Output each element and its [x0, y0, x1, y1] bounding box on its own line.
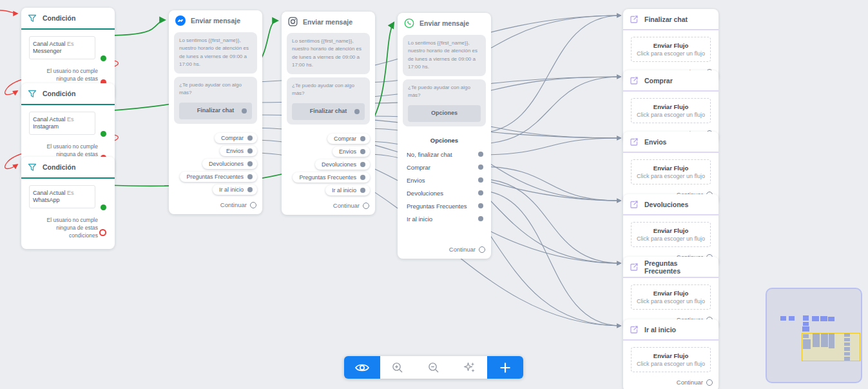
funnel-icon: [28, 163, 37, 172]
minimap[interactable]: [766, 288, 862, 383]
option-chip[interactable]: Preguntas Frecuentes: [180, 172, 257, 182]
funnel-icon: [28, 14, 37, 23]
choose-flow-button[interactable]: Enviar FlujoClick para escoger un flujo: [631, 37, 711, 62]
option-chip[interactable]: Preguntas Frecuentes: [293, 172, 370, 183]
condition-node-title: Condición: [43, 163, 75, 171]
continue-connector[interactable]: [706, 379, 713, 386]
condition-true-port[interactable]: [101, 131, 106, 137]
send-flow-node[interactable]: Preguntas FrecuentesEnviar FlujoClick pa…: [623, 257, 719, 329]
minimap-node: [844, 352, 850, 355]
connector-dot[interactable]: [478, 177, 483, 183]
options-list-item[interactable]: No, finalizar chat: [398, 148, 491, 161]
condition-true-port[interactable]: [101, 204, 106, 210]
chat-quick-reply-button[interactable]: Opciones: [408, 105, 481, 122]
options-list-item[interactable]: Devoluciones: [398, 186, 491, 199]
condition-true-port[interactable]: [101, 55, 106, 61]
option-chips: ComprarEnviosDevolucionesPreguntas Frecu…: [287, 134, 370, 195]
connector-dot[interactable]: [360, 175, 365, 180]
connector-dot[interactable]: [478, 165, 483, 170]
connector-dot[interactable]: [360, 149, 365, 154]
send-message-node[interactable]: Enviar mensajeLo sentimos {{first_name}}…: [169, 10, 262, 214]
edge: [477, 190, 621, 326]
connector-dot[interactable]: [478, 216, 483, 221]
choose-flow-button[interactable]: Enviar FlujoClick para escoger un flujo: [631, 98, 711, 123]
choose-flow-title: Enviar Flujo: [634, 227, 708, 234]
connector-dot[interactable]: [247, 148, 253, 154]
send-flow-node-header: Comprar: [623, 70, 719, 92]
choose-flow-button[interactable]: Enviar FlujoClick para escoger un flujo: [631, 347, 711, 372]
option-chips: ComprarEnviosDevolucionesPreguntas Frecu…: [174, 133, 257, 195]
connector-dot[interactable]: [247, 161, 253, 166]
minimap-node: [820, 316, 827, 321]
options-list-item[interactable]: Comprar: [398, 161, 491, 174]
condition-node-title: Condición: [43, 14, 75, 22]
condition-node-body: Canal Actual Es WhatsAppEl usuario no cu…: [21, 179, 115, 249]
option-chip[interactable]: Comprar: [327, 134, 370, 144]
send-message-node[interactable]: Enviar mensajeLo sentimos {{first_name}}…: [282, 12, 375, 215]
continue-row: Continuar: [282, 195, 375, 215]
send-message-node-title: Enviar mensaje: [191, 17, 240, 25]
rule-operator: Es: [67, 41, 74, 47]
connector-dot[interactable]: [354, 109, 360, 114]
zoom-in-button[interactable]: [380, 356, 416, 379]
send-flow-node[interactable]: Ir al inicioEnviar FlujoClick para escog…: [623, 319, 719, 389]
minimap-node: [803, 322, 809, 326]
send-flow-node-title: Preguntas Frecuentes: [644, 259, 712, 275]
send-flow-node[interactable]: DevolucionesEnviar FlujoClick para escog…: [623, 194, 719, 266]
options-list-item[interactable]: Preguntas Frecuentes: [398, 199, 491, 212]
instagram-icon: [288, 17, 298, 26]
message-bubble-text: ¿Te puedo ayudar con algo más?: [408, 84, 481, 100]
connector-dot[interactable]: [242, 108, 247, 114]
option-chip[interactable]: Envios: [333, 146, 370, 157]
message-bubble-text: ¿Te puedo ayudar con algo más?: [179, 81, 252, 97]
connector-dot[interactable]: [360, 136, 365, 141]
condition-rule[interactable]: Canal Actual Es Instagram: [29, 112, 95, 135]
connector-dot[interactable]: [478, 190, 483, 195]
choose-flow-button[interactable]: Enviar FlujoClick para escoger un flujo: [631, 284, 711, 310]
option-chip[interactable]: Ir al inicio: [325, 185, 370, 195]
continue-connector[interactable]: [479, 246, 485, 253]
chat-quick-reply-button[interactable]: Finalizar chat: [179, 103, 252, 119]
ai-sparkle-button[interactable]: [452, 356, 488, 379]
condition-rule[interactable]: Canal Actual Es Messenger: [29, 36, 95, 59]
option-chip[interactable]: Ir al inicio: [213, 185, 257, 195]
edge: [477, 166, 621, 201]
condition-rule[interactable]: Canal Actual Es WhatsApp: [29, 185, 95, 208]
chat-quick-reply-button[interactable]: Finalizar chat: [292, 103, 365, 120]
choose-flow-title: Enviar Flujo: [634, 165, 708, 172]
add-node-button[interactable]: [487, 356, 523, 379]
connector-dot[interactable]: [478, 152, 483, 157]
zoom-in-icon: [391, 361, 404, 374]
message-bubble-text: ¿Te puedo ayudar con algo más?: [292, 82, 365, 98]
connector-dot[interactable]: [360, 162, 365, 167]
condition-node[interactable]: CondiciónCanal Actual Es WhatsAppEl usua…: [21, 157, 115, 249]
option-chip[interactable]: Comprar: [215, 133, 257, 143]
zoom-out-button[interactable]: [416, 356, 452, 379]
choose-flow-button[interactable]: Enviar FlujoClick para escoger un flujo: [631, 159, 711, 185]
connector-dot[interactable]: [247, 135, 253, 141]
continue-connector[interactable]: [250, 202, 256, 208]
send-flow-node-title: Devoluciones: [644, 201, 688, 208]
connector-dot[interactable]: [247, 187, 253, 192]
minimap-node: [803, 339, 811, 349]
condition-node-title: Condición: [43, 90, 75, 97]
choose-flow-button[interactable]: Enviar FlujoClick para escoger un flujo: [631, 222, 711, 247]
options-list-item[interactable]: Envios: [398, 174, 491, 186]
options-list-item[interactable]: Ir al inicio: [398, 212, 491, 225]
option-chip[interactable]: Devoluciones: [202, 159, 257, 169]
send-flow-node[interactable]: EnviosEnviar FlujoClick para escoger un …: [623, 132, 719, 204]
continue-row: Continuar: [398, 239, 491, 259]
connector-dot[interactable]: [247, 174, 253, 179]
option-chip[interactable]: Envios: [220, 146, 257, 156]
edge: [477, 77, 621, 144]
send-message-node[interactable]: Enviar mensajeLo sentimos {{first_name}}…: [398, 13, 491, 259]
connector-dot[interactable]: [360, 188, 365, 193]
condition-else-port[interactable]: [99, 229, 106, 236]
flow-canvas[interactable]: CondiciónCanal Actual Es MessengerEl usu…: [0, 0, 868, 389]
continue-connector[interactable]: [363, 203, 369, 209]
preview-button[interactable]: [344, 356, 380, 379]
send-flow-node-title: Comprar: [644, 77, 673, 85]
connector-dot[interactable]: [478, 203, 483, 208]
option-chip[interactable]: Devoluciones: [315, 159, 370, 170]
minimap-node: [802, 326, 809, 332]
